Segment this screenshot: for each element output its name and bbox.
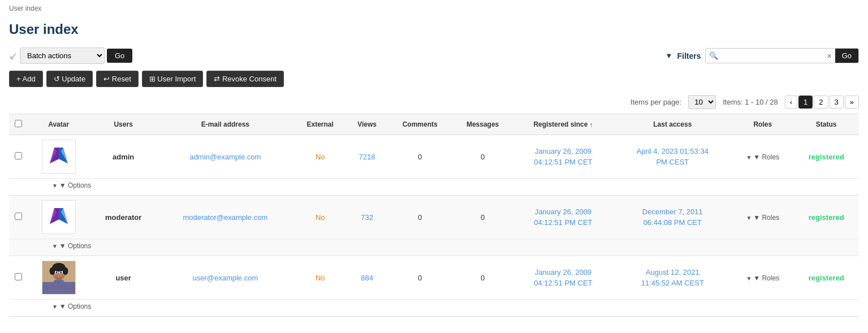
last-access-cell: December 7, 201106:44:08 PM CET (613, 196, 732, 239)
user-table-wrapper: Avatar Users E-mail address External Vie… (0, 114, 868, 317)
row-checkbox[interactable] (15, 273, 22, 280)
page-3-button[interactable]: 3 (830, 96, 844, 109)
items-per-page-label: Items per page: (631, 98, 681, 106)
messages-cell: 0 (452, 256, 513, 300)
status-cell: registered (793, 135, 859, 179)
status-cell: registered (793, 196, 859, 239)
messages-cell: 0 (452, 135, 513, 179)
options-toggle[interactable]: ▼ Options (52, 181, 91, 189)
batch-actions-select[interactable]: Batch actions (20, 47, 105, 64)
last-access-cell: August 12, 202111:45:52 AM CEST (613, 256, 732, 300)
svg-point-14 (55, 271, 57, 274)
pagination-bar: Items per page: 10 25 50 Items: 1 - 10 /… (0, 93, 868, 114)
drag-handle-icon: ↙ (9, 50, 18, 62)
registered-cell: January 26, 200904:12:51 PM CET (513, 256, 613, 300)
row-checkbox[interactable] (15, 152, 22, 159)
svg-point-20 (62, 267, 68, 275)
items-count: Items: 1 - 10 / 28 (723, 98, 778, 106)
external-cell: No (294, 135, 347, 179)
comments-cell: 0 (388, 135, 452, 179)
avatar-cell (27, 135, 90, 179)
svg-point-19 (49, 267, 55, 275)
username-cell: admin (90, 135, 157, 179)
roles-cell[interactable]: ▼ Roles (732, 135, 793, 179)
filters-icon: ▼ (666, 51, 673, 60)
search-clear-button[interactable]: × (823, 49, 835, 63)
user-table: Avatar Users E-mail address External Vie… (9, 114, 859, 317)
options-toggle[interactable]: ▼ Options (52, 302, 91, 310)
page-1-button[interactable]: 1 (798, 96, 813, 109)
svg-point-17 (53, 279, 64, 285)
messages-cell: 0 (452, 196, 513, 239)
col-email: E-mail address (157, 114, 294, 135)
table-row: moderator moderator@example.com No 732 0… (9, 196, 859, 239)
table-row: user user@example.com No 884 0 0 January… (9, 256, 859, 300)
search-go-button[interactable]: Go (835, 49, 858, 63)
email-cell[interactable]: moderator@example.com (157, 196, 294, 239)
filters-label: Filters (677, 51, 701, 60)
row-checkbox[interactable] (15, 213, 22, 220)
col-external: External (294, 114, 347, 135)
pagination: ‹ 1 2 3 » (785, 96, 859, 109)
roles-cell[interactable]: ▼ Roles (732, 256, 793, 300)
search-input[interactable] (722, 49, 823, 63)
toolbar-left: ↙ Batch actions Go (9, 47, 132, 64)
col-messages: Messages (452, 114, 513, 135)
views-cell: 732 (347, 196, 388, 239)
avatar-cell (27, 196, 90, 239)
toolbar-right: ▼ Filters 🔍 × Go (666, 48, 859, 63)
svg-point-15 (60, 271, 62, 274)
email-cell[interactable]: user@example.com (157, 256, 294, 300)
views-cell: 884 (347, 256, 388, 300)
col-users: Users (90, 114, 157, 135)
col-status: Status (793, 114, 859, 135)
last-access-cell: April 4, 2023 01:53:34PM CEST (613, 135, 732, 179)
registered-cell: January 26, 200904:12:51 PM CET (513, 135, 613, 179)
add-button[interactable]: + Add (9, 71, 43, 87)
views-cell: 7218 (347, 135, 388, 179)
items-per-page-select[interactable]: 10 25 50 (688, 95, 716, 109)
top-toolbar: ↙ Batch actions Go ▼ Filters 🔍 × Go (0, 44, 868, 67)
col-comments: Comments (388, 114, 452, 135)
options-toggle[interactable]: ▼ Options (52, 242, 91, 250)
select-all-checkbox[interactable] (15, 120, 22, 127)
external-cell: No (294, 196, 347, 239)
comments-cell: 0 (388, 196, 452, 239)
prev-page-button[interactable]: ‹ (785, 96, 797, 109)
batch-go-button[interactable]: Go (107, 49, 132, 63)
user-import-button[interactable]: ⊞ User Import (142, 71, 204, 87)
col-registered[interactable]: Registered since ↑ (513, 114, 613, 135)
username-cell: moderator (90, 196, 157, 239)
registered-cell: January 26, 200904:12:51 PM CET (513, 196, 613, 239)
external-cell: No (294, 256, 347, 300)
reset-button[interactable]: ↩ Reset (96, 71, 139, 87)
page-title: User index (0, 17, 868, 44)
table-row: admin admin@example.com No 7218 0 0 Janu… (9, 135, 859, 179)
options-row: ▼ Options (9, 179, 859, 196)
email-cell[interactable]: admin@example.com (157, 135, 294, 179)
col-views: Views (347, 114, 388, 135)
page-2-button[interactable]: 2 (814, 96, 828, 109)
breadcrumb: User index (0, 0, 868, 17)
search-icon: 🔍 (706, 51, 722, 60)
update-button[interactable]: ↺ Update (46, 71, 93, 87)
col-last-access: Last access (613, 114, 732, 135)
avatar-cell (27, 256, 90, 300)
col-roles: Roles (732, 114, 793, 135)
options-row: ▼ Options (9, 300, 859, 317)
status-cell: registered (793, 256, 859, 300)
revoke-consent-button[interactable]: ⇄ Revoke Consent (206, 71, 284, 87)
comments-cell: 0 (388, 256, 452, 300)
options-row: ▼ Options (9, 239, 859, 256)
col-avatar: Avatar (27, 114, 90, 135)
username-cell: user (90, 256, 157, 300)
next-page-button[interactable]: » (845, 96, 859, 109)
search-box: 🔍 × Go (705, 48, 859, 63)
roles-cell[interactable]: ▼ Roles (732, 196, 793, 239)
action-buttons-bar: + Add ↺ Update ↩ Reset ⊞ User Import ⇄ R… (0, 67, 868, 93)
